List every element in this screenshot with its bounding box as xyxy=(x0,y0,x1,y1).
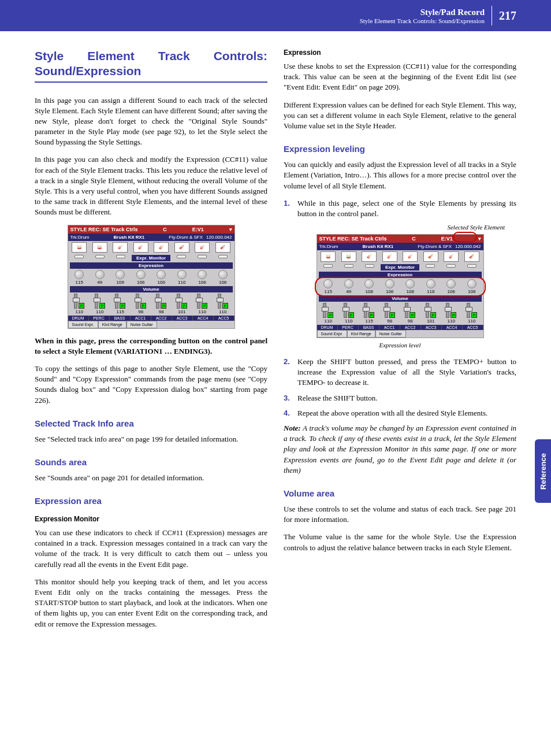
sound-icon: 🎸 xyxy=(113,242,128,253)
kit-name: Brush Kit RX1 xyxy=(93,235,166,240)
para: Different Expression values can be defin… xyxy=(284,100,516,132)
note-text: A track's volume may be changed by an Ex… xyxy=(284,424,516,475)
callout-expression-level: Expression level xyxy=(284,342,516,349)
vol-slider xyxy=(177,294,180,309)
vol-val: 110 xyxy=(325,318,332,324)
band-expression: Expression xyxy=(70,262,233,269)
step-2: Keep the SHIFT button pressed, and press… xyxy=(284,357,516,388)
right-column: Expression Use these knobs to set the Ex… xyxy=(284,49,516,636)
play-box: P xyxy=(409,312,415,318)
track-tab: PERC xyxy=(338,325,359,330)
step-3: Release the SHIFT button. xyxy=(284,393,516,403)
sound-icon: 🥁 xyxy=(92,242,107,253)
vol-slider xyxy=(344,303,347,318)
para: In this page you can assign a different … xyxy=(35,95,267,148)
band-volume: Volume xyxy=(319,295,482,302)
vol-slider xyxy=(136,294,139,309)
expr-knob xyxy=(385,279,394,288)
expr-val: 106 xyxy=(137,280,144,285)
screenshot-figure-annotated: STYLE REC: SE Track Ctrls C E:V1 ▾ Trk:D… xyxy=(317,234,484,338)
expr-knob xyxy=(95,270,105,279)
sound-icon: 🎸 xyxy=(133,242,148,253)
vol-slider xyxy=(115,294,118,309)
screen-key: C xyxy=(412,236,416,242)
page-tab: Noise Guitar xyxy=(375,330,406,338)
track-tab: ACC1 xyxy=(379,325,400,330)
page-tab: Sound Expr. xyxy=(68,321,98,328)
track-tab: ACC3 xyxy=(172,316,193,321)
expr-led xyxy=(344,264,353,268)
vol-slider xyxy=(323,303,326,318)
sound-icon: 🎻 xyxy=(423,251,438,262)
expr-knob xyxy=(198,270,207,279)
page-tab: Sound Expr. xyxy=(317,330,347,338)
play-box: P xyxy=(99,303,105,309)
band-expression: Expression xyxy=(319,272,482,278)
sound-icon: 🎸 xyxy=(403,251,418,262)
expr-val: 106 xyxy=(199,280,206,285)
screenshot-figure: STYLE REC: SE Track Ctrls C E:V1 ▾ Trk:D… xyxy=(68,225,235,329)
vol-slider xyxy=(197,294,200,309)
play-box: P xyxy=(79,303,84,309)
expr-val: 110 xyxy=(178,280,185,285)
trk-label: Trk:Drum xyxy=(319,244,338,249)
expr-led xyxy=(198,255,207,258)
play-box: P xyxy=(120,303,125,309)
para: See "Selected track info area" on page 1… xyxy=(35,434,267,444)
expr-val: 100 xyxy=(158,280,165,285)
expr-val: 49 xyxy=(97,280,102,285)
vol-val: 98 xyxy=(387,318,392,324)
para: Use these controls to set the volume and… xyxy=(284,504,516,525)
side-tab-label: Reference xyxy=(539,453,548,490)
expr-led xyxy=(75,255,84,258)
expr-knob xyxy=(364,279,374,288)
band-volume: Volume xyxy=(70,286,233,292)
para: This monitor should help you keeping tra… xyxy=(35,577,267,629)
screen-key: C xyxy=(163,227,167,232)
subhead-sounds-area: Sounds area xyxy=(35,457,267,467)
sound-icon: 🎸 xyxy=(444,251,459,262)
vol-val: 110 xyxy=(219,309,226,314)
subhead-expression-area: Expression area xyxy=(35,496,267,506)
track-tab: ACC5 xyxy=(214,316,234,321)
play-box: P xyxy=(140,303,146,309)
para-bold: When in this page, press the correspondi… xyxy=(35,336,267,357)
kit-name: Brush Kit RX1 xyxy=(342,244,415,249)
vol-val: 110 xyxy=(76,309,83,314)
fty-label: Fty-Drum & SFX xyxy=(418,244,452,249)
expr-val: 115 xyxy=(325,289,332,294)
expr-val: 106 xyxy=(386,289,393,294)
expr-val: 118 xyxy=(427,289,434,294)
track-tab: BASS xyxy=(110,316,131,321)
header-title: Style/Pad Record xyxy=(360,8,485,17)
screen-se: E:V1 xyxy=(192,227,204,232)
sound-icon: 🥁 xyxy=(341,251,356,262)
subhead-selected-track: Selected Track Info area xyxy=(35,418,267,428)
bpm-label: 120.000.042 xyxy=(455,244,481,249)
para: You can quickly and easily adjust the Ex… xyxy=(284,160,516,191)
play-box: P xyxy=(327,312,333,318)
expr-led xyxy=(218,255,228,258)
para: See "Sounds area" on page 201 for detail… xyxy=(35,473,267,483)
vol-slider xyxy=(218,294,221,309)
para: To copy the settings of this page to ano… xyxy=(35,364,267,406)
side-tab-reference: Reference xyxy=(535,439,551,503)
vol-slider xyxy=(156,294,159,309)
vol-val: 110 xyxy=(96,309,103,314)
expr-led xyxy=(365,264,374,268)
play-box: P xyxy=(181,303,187,309)
expr-knob xyxy=(426,279,435,288)
sound-icon: 🥁 xyxy=(321,251,336,262)
sound-icon: 🥁 xyxy=(72,242,87,253)
fty-label: Fty-Drum & SFX xyxy=(169,235,203,240)
subsub-expression-monitor: Expression Monitor xyxy=(35,515,267,523)
para: Use these knobs to set the Expression (C… xyxy=(284,61,516,93)
note-label: Note: xyxy=(284,424,301,432)
trk-label: Trk:Drum xyxy=(70,235,90,240)
menu-icon: ▾ xyxy=(229,227,232,232)
track-tab: ACC1 xyxy=(131,316,151,321)
play-box: P xyxy=(471,312,477,318)
vol-val: 115 xyxy=(366,318,373,324)
play-box: P xyxy=(222,303,228,309)
vol-slider xyxy=(467,303,470,318)
